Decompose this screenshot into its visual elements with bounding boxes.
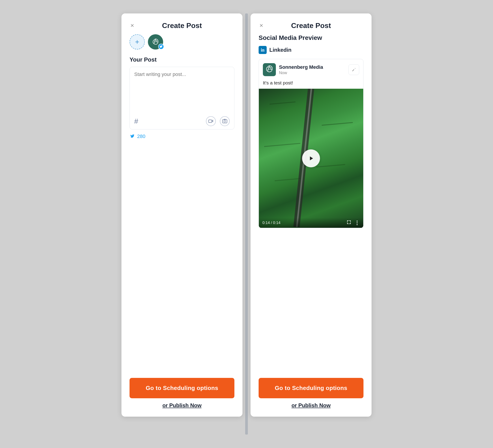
right-panel-body: Social Media Preview in Linkedin <box>250 34 371 372</box>
camera-icon <box>222 119 227 124</box>
preview-account-name: Sonnenberg Media <box>279 64 323 70</box>
twitter-icon <box>159 45 163 48</box>
twitter-badge <box>158 44 164 50</box>
left-panel-footer: Go to Scheduling options or Publish Now <box>122 372 243 417</box>
your-post-label: Your Post <box>130 56 235 63</box>
preview-account-time: Now <box>279 71 323 75</box>
account-row: + <box>130 34 235 50</box>
panel-divider <box>245 13 248 435</box>
linkedin-label: Linkedin <box>269 47 291 53</box>
post-textarea[interactable] <box>134 71 230 112</box>
media-icons <box>206 116 230 126</box>
edit-preview-button[interactable] <box>348 64 359 75</box>
left-close-button[interactable]: × <box>130 22 135 30</box>
preview-account-info: Sonnenberg Media Now <box>279 64 323 75</box>
video-timestamp: 0:14 / 0:14 <box>262 221 280 225</box>
add-account-button[interactable]: + <box>130 34 145 50</box>
preview-card: Sonnenberg Media Now It's a test post! <box>258 59 363 228</box>
video-upload-button[interactable] <box>206 116 216 126</box>
preview-card-header: Sonnenberg Media Now <box>259 59 363 79</box>
right-publish-now-link[interactable]: or Publish Now <box>291 402 331 409</box>
left-panel-title: Create Post <box>162 22 202 30</box>
linkedin-badge: in Linkedin <box>258 46 363 54</box>
char-count-number: 280 <box>137 133 146 139</box>
right-panel-header: × Create Post <box>250 13 371 34</box>
hashtag-icon[interactable]: # <box>134 117 138 125</box>
right-close-button[interactable]: × <box>258 22 264 30</box>
left-panel-body: + <box>122 34 243 372</box>
video-controls: 0:14 / 0:14 ⋮ <box>259 218 363 228</box>
preview-card-avatar: Sonnenberg Media Now <box>263 63 323 76</box>
pencil-icon <box>352 67 356 72</box>
photo-upload-button[interactable] <box>220 116 230 126</box>
left-panel-header: × Create Post <box>122 13 243 34</box>
textarea-toolbar: # <box>134 116 230 126</box>
more-options-button[interactable]: ⋮ <box>354 220 360 226</box>
play-icon <box>308 155 314 162</box>
left-publish-now-link[interactable]: or Publish Now <box>162 402 202 409</box>
twitter-count-icon <box>130 134 135 139</box>
video-controls-right: ⋮ <box>347 220 360 226</box>
linkedin-icon: in <box>258 46 267 54</box>
left-panel: × Create Post + <box>122 13 243 417</box>
play-button[interactable] <box>302 149 320 167</box>
preview-section-label: Social Media Preview <box>258 34 363 42</box>
right-panel-title: Create Post <box>291 22 331 30</box>
left-schedule-button[interactable]: Go to Scheduling options <box>130 378 235 398</box>
preview-post-text: It's a test post! <box>259 79 363 89</box>
right-schedule-button[interactable]: Go to Scheduling options <box>258 378 363 398</box>
svg-rect-1 <box>209 120 212 122</box>
preview-avatar-image <box>263 63 276 76</box>
video-container[interactable]: 0:14 / 0:14 ⋮ <box>259 89 363 228</box>
right-panel: × Create Post Social Media Preview in Li… <box>250 13 371 417</box>
fullscreen-button[interactable] <box>347 220 351 226</box>
right-panel-footer: Go to Scheduling options or Publish Now <box>250 372 371 417</box>
video-camera-icon <box>208 119 213 124</box>
plus-icon: + <box>135 38 139 46</box>
post-textarea-container: # <box>130 67 235 130</box>
fullscreen-icon <box>347 220 351 224</box>
account-avatar[interactable] <box>148 34 163 50</box>
preview-leaf-icon <box>264 64 275 75</box>
char-count-row: 280 <box>130 133 235 139</box>
svg-point-3 <box>224 120 226 122</box>
